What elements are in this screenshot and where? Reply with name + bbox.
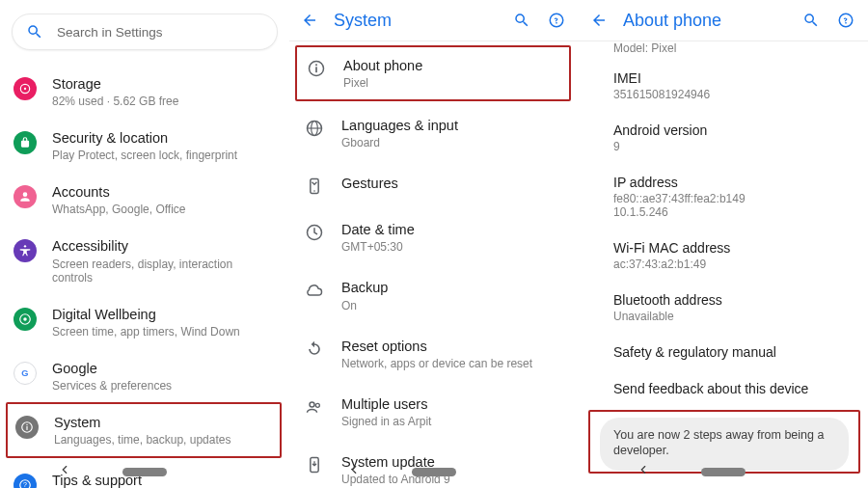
item-value: fe80::ae37:43ff:fea2:b149 bbox=[613, 192, 849, 205]
settings-item-storage[interactable]: Storage82% used · 5.62 GB free bbox=[0, 64, 289, 118]
system-item-about-phone[interactable]: About phonePixel bbox=[295, 45, 571, 101]
item-title: System bbox=[54, 414, 231, 431]
item-sub: On bbox=[341, 299, 388, 312]
search-placeholder: Search in Settings bbox=[57, 25, 163, 40]
nav-bar bbox=[289, 459, 579, 488]
page-title: System bbox=[334, 11, 392, 31]
system-item-reset-options[interactable]: Reset optionsNetwork, apps or device can… bbox=[289, 324, 579, 382]
svg-point-21 bbox=[315, 403, 319, 407]
settings-item-digital-wellbeing[interactable]: Digital WellbeingScreen time, app timers… bbox=[0, 294, 289, 348]
item-title: Accessibility bbox=[52, 237, 276, 255]
info-icon bbox=[15, 416, 39, 439]
model-sub: Model: Pixel bbox=[613, 41, 849, 55]
item-sub: Play Protect, screen lock, fingerprint bbox=[52, 149, 237, 162]
item-title: Google bbox=[52, 360, 172, 377]
item-value: ac:37:43:a2:b1:49 bbox=[613, 258, 849, 271]
clock-icon bbox=[305, 223, 324, 242]
item-sub: Screen time, app timers, Wind Down bbox=[52, 325, 240, 339]
item-sub: Services & preferences bbox=[52, 379, 172, 393]
item-label: IMEI bbox=[613, 70, 849, 86]
system-item-languages-input[interactable]: Languages & inputGboard bbox=[289, 103, 579, 161]
back-button[interactable] bbox=[301, 12, 318, 29]
about-item-safety-regulatory-manual[interactable]: Safety & regulatory manual bbox=[579, 335, 868, 371]
person-icon bbox=[14, 185, 37, 208]
nav-home-pill[interactable] bbox=[701, 468, 746, 476]
about-item-android-version[interactable]: Android version9 bbox=[579, 113, 868, 165]
settings-item-security-location[interactable]: Security & locationPlay Protect, screen … bbox=[0, 118, 289, 172]
item-title: Languages & input bbox=[341, 117, 458, 134]
appbar: System bbox=[289, 0, 579, 41]
system-item-gestures[interactable]: Gestures bbox=[289, 161, 579, 207]
item-sub: Signed in as Arpit bbox=[341, 415, 431, 428]
svg-point-1 bbox=[24, 88, 26, 90]
about-item-imei[interactable]: IMEI351615081924946 bbox=[579, 61, 868, 113]
item-label: Bluetooth address bbox=[613, 292, 849, 308]
item-value-2: 10.1.5.246 bbox=[613, 205, 849, 219]
svg-point-20 bbox=[310, 402, 314, 407]
svg-text:G: G bbox=[21, 368, 28, 378]
item-label: Android version bbox=[613, 122, 849, 138]
nav-home-pill[interactable] bbox=[412, 468, 456, 476]
settings-item-accessibility[interactable]: AccessibilityScreen readers, display, in… bbox=[0, 226, 289, 293]
item-sub: Network, apps or device can be reset bbox=[341, 357, 532, 370]
about-phone-panel: About phone Model: Pixel IMEI35161508192… bbox=[579, 0, 868, 488]
item-value: 9 bbox=[613, 140, 849, 153]
system-item-backup[interactable]: BackupOn bbox=[289, 265, 579, 323]
search-input[interactable]: Search in Settings bbox=[12, 14, 278, 50]
reset-icon bbox=[305, 339, 324, 359]
nav-back-button[interactable] bbox=[637, 463, 650, 480]
nav-bar bbox=[0, 459, 289, 488]
about-item-ip-address[interactable]: IP addressfe80::ae37:43ff:fea2:b14910.1.… bbox=[579, 165, 868, 230]
item-label: Safety & regulatory manual bbox=[613, 344, 849, 360]
accessibility-icon bbox=[14, 239, 37, 262]
item-sub: Pixel bbox=[343, 76, 422, 90]
svg-point-18 bbox=[313, 190, 315, 192]
nav-home-pill[interactable] bbox=[122, 468, 167, 476]
gesture-icon bbox=[305, 176, 324, 196]
search-button[interactable] bbox=[511, 10, 532, 31]
page-title: About phone bbox=[623, 11, 721, 31]
item-label: IP address bbox=[613, 175, 849, 190]
item-label: Wi-Fi MAC address bbox=[613, 240, 849, 256]
item-title: Storage bbox=[52, 75, 178, 93]
appbar: About phone bbox=[579, 0, 868, 41]
svg-rect-7 bbox=[26, 426, 27, 430]
item-title: Reset options bbox=[341, 338, 532, 355]
system-item-date-time[interactable]: Date & timeGMT+05:30 bbox=[289, 207, 579, 265]
about-item-send-feedback-about-this-device[interactable]: Send feedback about this device bbox=[579, 371, 868, 408]
help-button[interactable] bbox=[835, 10, 856, 31]
system-item-multiple-users[interactable]: Multiple usersSigned in as Arpit bbox=[289, 382, 579, 440]
disc-icon bbox=[14, 77, 37, 100]
item-sub: Gboard bbox=[341, 136, 458, 149]
item-sub: 82% used · 5.62 GB free bbox=[52, 95, 178, 108]
search-icon bbox=[26, 23, 43, 41]
globe-icon bbox=[305, 119, 324, 138]
item-title: Accounts bbox=[52, 183, 186, 201]
wellbeing-icon bbox=[14, 308, 37, 331]
system-panel: System About phonePixelLanguages & input… bbox=[289, 0, 579, 488]
nav-bar bbox=[579, 459, 868, 488]
search-button[interactable] bbox=[800, 10, 822, 31]
back-button[interactable] bbox=[590, 12, 608, 29]
item-title: Gestures bbox=[341, 175, 398, 192]
cloud-icon bbox=[305, 281, 324, 300]
settings-item-accounts[interactable]: AccountsWhatsApp, Google, Office bbox=[0, 172, 289, 226]
nav-back-button[interactable] bbox=[58, 463, 71, 480]
item-sub: Languages, time, backup, updates bbox=[54, 433, 231, 447]
settings-item-google[interactable]: GGoogleServices & preferences bbox=[0, 348, 289, 402]
svg-point-8 bbox=[26, 423, 27, 424]
help-button[interactable] bbox=[546, 10, 567, 31]
item-sub: GMT+05:30 bbox=[341, 240, 415, 254]
settings-item-system[interactable]: SystemLanguages, time, backup, updates bbox=[6, 402, 282, 458]
nav-back-button[interactable] bbox=[347, 463, 361, 480]
about-item-wi-fi-mac-address[interactable]: Wi-Fi MAC addressac:37:43:a2:b1:49 bbox=[579, 230, 868, 283]
item-title: About phone bbox=[343, 57, 422, 74]
google-icon: G bbox=[14, 362, 37, 385]
item-value: Unavailable bbox=[613, 310, 849, 323]
item-title: Digital Wellbeing bbox=[52, 306, 240, 323]
item-title: Multiple users bbox=[341, 395, 431, 413]
lock-icon bbox=[14, 131, 37, 154]
svg-rect-12 bbox=[315, 67, 317, 72]
item-title: Security & location bbox=[52, 129, 237, 147]
about-item-bluetooth-address[interactable]: Bluetooth addressUnavailable bbox=[579, 283, 868, 335]
